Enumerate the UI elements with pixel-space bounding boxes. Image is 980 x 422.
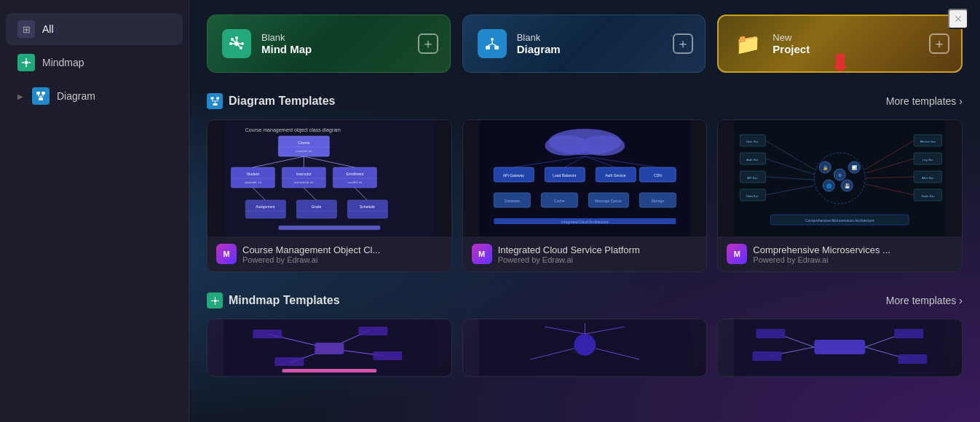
- svg-text:Log Svc: Log Svc: [922, 158, 933, 162]
- svg-text:Student: Student: [247, 172, 260, 176]
- svg-rect-57: [296, 200, 336, 218]
- svg-line-22: [238, 45, 240, 47]
- sidebar-item-label: Mindmap: [42, 57, 84, 68]
- template-card-micro[interactable]: User Svc Auth Svc API Svc Data Svc 🔒: [717, 119, 963, 272]
- svg-rect-38: [278, 136, 329, 156]
- svg-text:Load Balancer: Load Balancer: [553, 173, 577, 178]
- svg-point-152: [574, 334, 596, 356]
- svg-point-0: [25, 61, 28, 65]
- svg-text:Data Svc: Data Svc: [747, 194, 759, 198]
- diagram-template-grid: Course management object class diagram C…: [207, 119, 963, 272]
- mindmap-section-label: Mindmap Templates: [229, 294, 340, 307]
- mindmap-section-icon: [207, 292, 223, 308]
- mindmap-icon: [17, 54, 35, 71]
- diagram-more-templates[interactable]: More templates ›: [886, 95, 963, 107]
- diagram-section-label: Diagram Templates: [229, 95, 335, 108]
- svg-text:instructorId: int: instructorId: int: [294, 180, 314, 184]
- sidebar-item-mindmap[interactable]: Mindmap: [6, 47, 183, 79]
- svg-rect-148: [358, 327, 387, 335]
- svg-text:Comprehensive Microservices Ar: Comprehensive Microservices Architecture: [805, 218, 874, 223]
- svg-rect-24: [486, 46, 490, 49]
- svg-rect-74: [563, 146, 606, 153]
- svg-rect-60: [347, 200, 387, 218]
- svg-text:🔒: 🔒: [823, 165, 829, 171]
- svg-text:User Svc: User Svc: [747, 140, 759, 143]
- sidebar: ⊞ All Mindmap ▶: [0, 0, 189, 422]
- template-info-class: M Course Management Object Cl... Powered…: [208, 236, 451, 271]
- blank-mindmap-card[interactable]: Blank Mind Map ＋: [207, 15, 451, 73]
- template-card-cloud[interactable]: API Gateway Load Balancer Auth Service C…: [462, 119, 708, 272]
- template-info-micro: M Comprehensive Microservices ... Powere…: [718, 236, 962, 271]
- svg-text:API Gateway: API Gateway: [502, 173, 524, 178]
- mindmap-chevron-icon: ›: [959, 295, 963, 306]
- sidebar-item-diagram[interactable]: ▶ Diagram: [6, 80, 183, 112]
- svg-rect-30: [216, 97, 219, 99]
- template-card-class-diagram[interactable]: Course management object class diagram C…: [207, 119, 452, 272]
- mindmap-label1: Blank: [261, 32, 312, 43]
- svg-rect-165: [753, 351, 782, 361]
- close-button[interactable]: ×: [948, 9, 968, 29]
- svg-point-17: [241, 42, 244, 45]
- new-project-plus-icon: ＋: [929, 33, 949, 54]
- quick-cards-row: Blank Mind Map ＋ Blank Diagram: [207, 15, 963, 73]
- svg-text:studentId: int: studentId: int: [245, 180, 262, 184]
- new-project-label2: Project: [772, 43, 810, 55]
- svg-rect-69: [278, 226, 380, 230]
- svg-rect-166: [895, 329, 924, 338]
- template-powered-cloud: Powered by Edraw.ai: [498, 255, 640, 264]
- template-powered-class: Powered by Edraw.ai: [242, 255, 380, 264]
- svg-text:Instructor: Instructor: [296, 172, 312, 176]
- template-info-cloud: M Integrated Cloud Service Platform Powe…: [463, 236, 707, 271]
- more-templates-label: More templates: [886, 95, 956, 107]
- template-text-cloud: Integrated Cloud Service Platform Powere…: [498, 244, 640, 264]
- mindmap-thumb-2[interactable]: [462, 319, 708, 377]
- new-project-card[interactable]: 📁 New Project ＋: [717, 15, 963, 73]
- arrow-indicator: [833, 54, 847, 73]
- svg-rect-42: [231, 167, 274, 188]
- svg-text:Scale Svc: Scale Svc: [922, 194, 935, 198]
- svg-rect-146: [253, 330, 282, 338]
- sidebar-item-all[interactable]: ⊞ All: [6, 13, 183, 45]
- svg-text:🌐: 🌐: [826, 183, 832, 189]
- svg-point-23: [491, 38, 494, 41]
- svg-rect-6: [42, 92, 45, 95]
- diagram-templates-section: Diagram Templates More templates › Cours…: [207, 93, 963, 272]
- diagram-card-text: Blank Diagram: [517, 32, 561, 55]
- svg-line-28: [492, 44, 497, 46]
- template-powered-micro: Powered by Edraw.ai: [753, 255, 890, 264]
- diagram-section-header: Diagram Templates More templates ›: [207, 93, 963, 109]
- svg-text:📊: 📊: [852, 165, 858, 171]
- svg-text:Auth Svc: Auth Svc: [747, 158, 759, 162]
- svg-text:enrollId: int: enrollId: int: [348, 180, 363, 184]
- template-text-class: Course Management Object Cl... Powered b…: [242, 244, 380, 264]
- expand-icon: ▶: [17, 92, 23, 100]
- diagram-section-icon: [207, 93, 223, 109]
- svg-point-135: [213, 299, 216, 302]
- svg-rect-46: [282, 167, 325, 188]
- template-name-cloud: Integrated Cloud Service Platform: [498, 244, 640, 255]
- blank-diagram-card[interactable]: Blank Diagram ＋: [462, 15, 706, 73]
- mindmap-thumb-1[interactable]: [207, 319, 452, 377]
- svg-rect-54: [245, 200, 285, 218]
- svg-text:⚙: ⚙: [838, 173, 842, 178]
- svg-point-15: [229, 42, 232, 45]
- svg-text:courseId: int: courseId: int: [296, 149, 312, 153]
- mindmap-thumb-3[interactable]: [717, 319, 963, 377]
- svg-point-19: [231, 38, 234, 41]
- svg-rect-50: [333, 167, 376, 188]
- mindmap-more-templates[interactable]: More templates ›: [886, 295, 963, 306]
- svg-line-20: [233, 40, 235, 42]
- mindmap-templates-section: Mindmap Templates More templates ›: [207, 292, 963, 377]
- mindmap-more-label: More templates: [886, 295, 956, 306]
- diagram-section-title: Diagram Templates: [207, 93, 335, 109]
- mindmap-section-title: Mindmap Templates: [207, 292, 340, 308]
- svg-text:Integrated Cloud Architecture: Integrated Cloud Architecture: [561, 220, 609, 224]
- template-name-class: Course Management Object Cl...: [242, 244, 380, 255]
- svg-rect-149: [373, 351, 402, 360]
- template-preview-cloud: API Gateway Load Balancer Auth Service C…: [463, 120, 707, 236]
- template-text-micro: Comprehensive Microservices ... Powered …: [753, 244, 890, 264]
- svg-line-27: [488, 44, 492, 46]
- svg-rect-159: [815, 340, 866, 354]
- sidebar-item-label: Diagram: [57, 90, 95, 102]
- mindmap-card-icon: [222, 29, 251, 58]
